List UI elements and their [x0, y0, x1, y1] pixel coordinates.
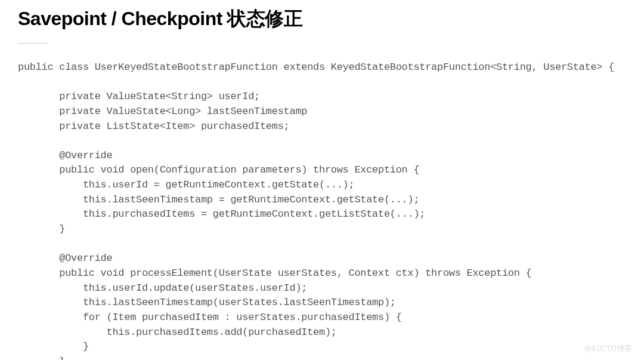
page-title: Savepoint / Checkpoint 状态修正: [18, 6, 626, 32]
code-block: public class UserKeyedStateBootstrapFunc…: [18, 60, 626, 360]
title-divider: [18, 43, 48, 44]
watermark: @51CTO博客: [584, 343, 632, 354]
